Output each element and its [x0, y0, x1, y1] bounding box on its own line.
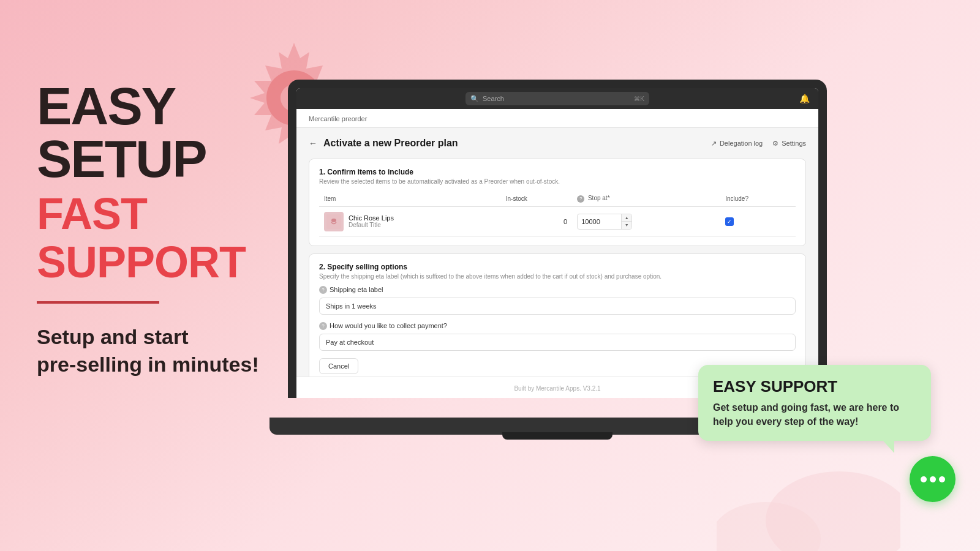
svg-point-3	[331, 219, 336, 222]
help-icon-payment: ?	[319, 322, 327, 330]
section1-title: 1. Confirm items to include	[319, 168, 796, 176]
back-button[interactable]: ←	[309, 138, 317, 148]
stop-at-stepper[interactable]: ▲ ▼	[621, 214, 631, 229]
left-panel: EASY SETUP FAST SUPPORT Setup and startp…	[37, 80, 294, 378]
help-icon-shipping: ?	[319, 286, 327, 294]
headline-support: FAST SUPPORT	[37, 190, 294, 287]
col-instock: In-stock	[501, 191, 572, 206]
decrement-button[interactable]: ▼	[622, 222, 631, 229]
stop-at-value: 10000	[578, 216, 621, 228]
delegation-icon: ↗	[711, 140, 717, 148]
col-item: Item	[319, 191, 501, 206]
table-row: Chic Rose Lips Default Title 0 10	[319, 206, 796, 236]
in-stock-value: 0	[501, 206, 572, 236]
breadcrumb-link[interactable]: Mercantile preorder	[309, 115, 367, 122]
page-title: Activate a new Preorder plan	[323, 138, 458, 149]
col-stopat: ? Stop at*	[572, 191, 720, 206]
increment-button[interactable]: ▲	[622, 214, 631, 222]
shipping-eta-input[interactable]	[319, 298, 796, 315]
items-table: Item In-stock ? Stop at* Include?	[319, 191, 796, 237]
delegation-log-button[interactable]: ↗ Delegation log	[711, 140, 763, 148]
search-icon: 🔍	[470, 95, 479, 103]
payment-label: ? How would you like to collect payment?	[319, 322, 796, 330]
col-include: Include?	[720, 191, 796, 206]
subtext: Setup and startpre-selling in minutes!	[37, 323, 294, 377]
search-label: Search	[483, 95, 630, 102]
product-cell: Chic Rose Lips Default Title	[319, 206, 501, 236]
top-bar: 🔍 Search ⌘K 🔔	[296, 88, 818, 109]
headline-easy: EASY	[37, 80, 294, 132]
confirm-items-section: 1. Confirm items to include Review the s…	[309, 159, 806, 246]
shipping-label: ? Shipping eta label	[319, 286, 796, 294]
header-actions: ↗ Delegation log ⚙ Settings	[711, 140, 806, 148]
selling-options-section: 2. Specify selling options Specify the s…	[309, 253, 806, 377]
footer-text: Built by Mercantile Apps. V3.2.1	[514, 385, 600, 392]
help-icon: ?	[577, 195, 584, 203]
product-info: Chic Rose Lips Default Title	[349, 214, 394, 228]
support-bubble-title: EASY SUPPORT	[713, 377, 916, 396]
bell-icon[interactable]: 🔔	[799, 94, 810, 103]
delegation-label: Delegation log	[720, 140, 763, 147]
support-bubble: EASY SUPPORT Get setup and going fast, w…	[698, 365, 931, 441]
search-shortcut: ⌘K	[634, 96, 644, 102]
include-cell: ✓	[720, 206, 796, 236]
page-header: ← Activate a new Preorder plan ↗ Delegat…	[309, 138, 806, 149]
headline-setup: SETUP	[37, 132, 294, 185]
dot3	[939, 476, 945, 482]
main-content: ← Activate a new Preorder plan ↗ Delegat…	[296, 128, 818, 377]
breadcrumb: Mercantile preorder	[296, 109, 818, 128]
dot1	[921, 476, 927, 482]
laptop-notch	[502, 432, 612, 440]
app-ui: 🔍 Search ⌘K 🔔 Mercantile preorder	[296, 88, 818, 398]
laptop-body: 🔍 Search ⌘K 🔔 Mercantile preorder	[288, 80, 827, 398]
cancel-button[interactable]: Cancel	[319, 358, 358, 374]
page-title-group: ← Activate a new Preorder plan	[309, 138, 458, 149]
product-name: Chic Rose Lips	[349, 214, 394, 222]
support-bubble-text: Get setup and going fast, we are here to…	[713, 401, 916, 429]
settings-label: Settings	[782, 140, 806, 147]
payment-input[interactable]	[319, 334, 796, 351]
search-box[interactable]: 🔍 Search ⌘K	[466, 92, 649, 105]
section2-title: 2. Specify selling options	[319, 263, 796, 271]
dot2	[930, 476, 936, 482]
product-variant: Default Title	[349, 222, 394, 228]
section1-subtitle: Review the selected items to be automati…	[319, 178, 796, 185]
chat-button[interactable]	[910, 456, 956, 502]
include-checkbox[interactable]: ✓	[725, 217, 734, 226]
laptop-screen: 🔍 Search ⌘K 🔔 Mercantile preorder	[296, 88, 818, 398]
section2-subtitle: Specify the shipping eta label (which is…	[319, 273, 796, 280]
settings-icon: ⚙	[772, 140, 778, 148]
product-thumbnail	[324, 212, 344, 231]
chat-dots	[921, 476, 945, 482]
settings-button[interactable]: ⚙ Settings	[772, 140, 806, 148]
stop-at-cell: 10000 ▲ ▼	[572, 206, 720, 236]
divider	[37, 301, 159, 304]
